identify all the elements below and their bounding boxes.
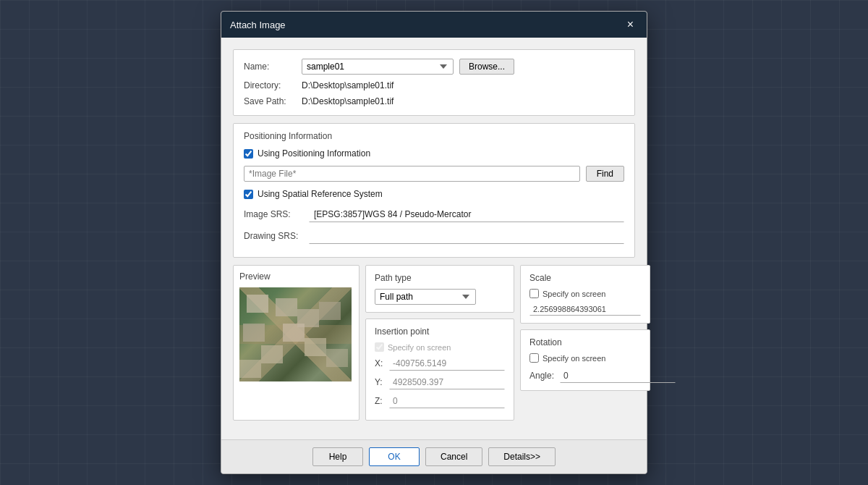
middle-panels: Path type Full path Relative path No pat… [365, 265, 514, 421]
x-label: X: [375, 358, 389, 368]
right-panels: Scale Specify on screen Rotation Specify… [520, 265, 650, 421]
path-type-panel: Path type Full path Relative path No pat… [365, 265, 514, 313]
scale-specify-checkbox[interactable] [529, 289, 539, 298]
rotation-panel: Rotation Specify on screen Angle: [520, 329, 650, 391]
dialog-body: Name: sample01 Browse... Directory: D:\D… [221, 38, 647, 439]
using-srs-row: Using Spatial Reference System [244, 189, 624, 199]
rotation-specify-checkbox[interactable] [529, 353, 539, 363]
z-input[interactable] [389, 394, 505, 408]
insertion-specify-checkbox [375, 342, 384, 352]
directory-value: D:\Desktop\sample01.tif [302, 80, 393, 90]
details-button[interactable]: Details>> [488, 447, 556, 466]
directory-label: Directory: [244, 80, 302, 90]
preview-title: Preview [239, 271, 353, 282]
find-button[interactable]: Find [586, 166, 624, 182]
angle-row: Angle: [529, 368, 641, 383]
directory-row: Directory: D:\Desktop\sample01.tif [244, 80, 624, 90]
angle-label: Angle: [529, 371, 554, 381]
using-positioning-checkbox[interactable] [244, 149, 253, 159]
preview-image [239, 287, 352, 381]
rotation-title: Rotation [529, 337, 641, 347]
save-path-row: Save Path: D:\Desktop\sample01.tif [244, 96, 624, 106]
y-row: Y: [375, 375, 505, 389]
path-type-select[interactable]: Full path Relative path No path [375, 289, 476, 305]
name-label: Name: [244, 62, 302, 72]
name-select[interactable]: sample01 [302, 59, 454, 75]
dialog-titlebar: Attach Image × [221, 12, 647, 38]
image-srs-label: Image SRS: [244, 209, 309, 219]
y-label: Y: [375, 377, 389, 387]
insertion-specify-row: Specify on screen [375, 342, 505, 352]
x-input[interactable] [389, 356, 505, 371]
scale-input[interactable] [529, 303, 641, 316]
rotation-specify-row: Specify on screen [529, 353, 641, 363]
positioning-section: Positioning Information Using Positionin… [233, 123, 635, 258]
name-section: Name: sample01 Browse... Directory: D:\D… [233, 49, 635, 116]
help-button[interactable]: Help [312, 447, 363, 466]
save-path-value: D:\Desktop\sample01.tif [302, 96, 393, 106]
save-path-label: Save Path: [244, 96, 302, 106]
scale-panel: Scale Specify on screen [520, 265, 650, 324]
scale-title: Scale [529, 273, 641, 283]
z-row: Z: [375, 394, 505, 408]
using-positioning-label: Using Positioning Information [258, 148, 370, 159]
ok-button[interactable]: OK [369, 447, 420, 466]
drawing-srs-label: Drawing SRS: [244, 231, 309, 241]
preview-panel: Preview [233, 265, 359, 421]
image-srs-row: Image SRS: [244, 206, 624, 222]
cancel-button[interactable]: Cancel [425, 447, 482, 466]
insertion-specify-label: Specify on screen [388, 343, 451, 352]
bottom-row: Preview Path type Full path Relative pat… [233, 265, 635, 421]
angle-input[interactable] [560, 368, 676, 383]
dialog-title: Attach Image [230, 20, 286, 30]
name-row: Name: sample01 Browse... [244, 59, 624, 75]
drawing-srs-input[interactable] [309, 228, 624, 244]
positioning-title: Positioning Information [244, 131, 624, 141]
insertion-panel: Insertion point Specify on screen X: Y: [365, 319, 514, 421]
path-type-title: Path type [375, 273, 505, 283]
image-file-row: Find [244, 166, 624, 182]
using-srs-checkbox[interactable] [244, 190, 253, 199]
z-label: Z: [375, 396, 389, 406]
attach-image-dialog: Attach Image × Name: sample01 Browse... … [221, 11, 647, 474]
image-file-input[interactable] [244, 166, 580, 182]
preview-image-inner [239, 287, 352, 381]
y-input[interactable] [389, 375, 505, 389]
drawing-srs-row: Drawing SRS: [244, 228, 624, 244]
close-button[interactable]: × [623, 17, 638, 32]
scale-specify-row: Specify on screen [529, 289, 641, 298]
x-row: X: [375, 356, 505, 371]
rotation-specify-label: Specify on screen [542, 354, 605, 363]
using-positioning-row: Using Positioning Information [244, 148, 624, 159]
using-srs-label: Using Spatial Reference System [258, 189, 383, 199]
dialog-footer: Help OK Cancel Details>> [221, 439, 647, 473]
scale-specify-label: Specify on screen [542, 290, 605, 298]
image-srs-input[interactable] [309, 206, 624, 222]
browse-button[interactable]: Browse... [459, 59, 514, 75]
insertion-title: Insertion point [375, 326, 505, 337]
